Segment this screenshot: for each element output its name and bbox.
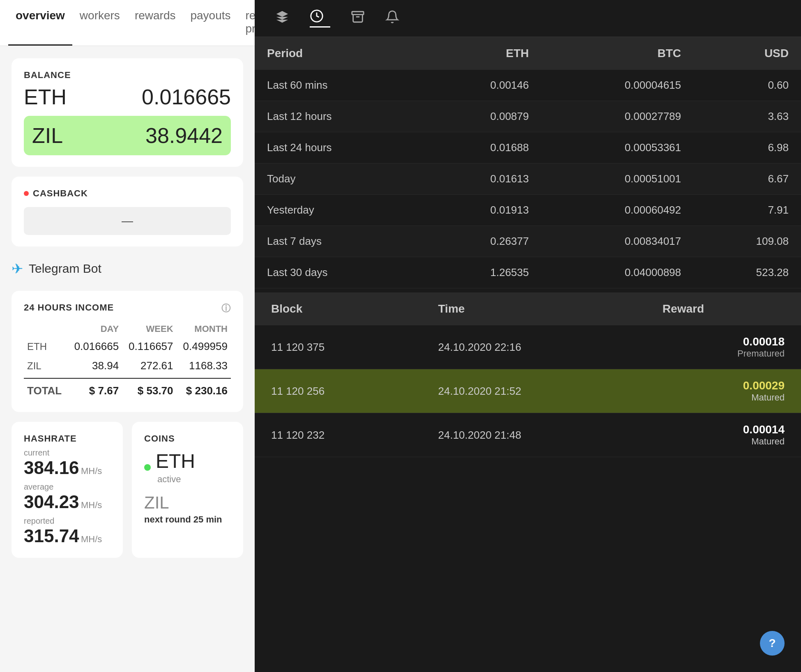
svg-rect-1 [352,12,364,14]
telegram-icon: ✈ [12,260,23,277]
cashback-input[interactable] [24,207,231,235]
balance-title: BALANCE [24,70,231,81]
earnings-row: Last 60 mins 0.00146 0.00004615 0.60 [255,70,801,101]
cashback-header: CASHBACK [24,188,231,199]
earnings-row: Last 24 hours 0.01688 0.00053361 6.98 [255,132,801,163]
balance-zil-value: 38.9442 [145,123,223,148]
tab-overview[interactable]: overview [8,0,72,46]
earnings-usd: 6.67 [693,163,801,195]
earnings-row: Yesterday 0.01913 0.00060492 7.91 [255,195,801,226]
tab-workers[interactable]: workers [72,0,127,46]
earnings-col-eth: ETH [422,37,541,70]
balance-eth-row: ETH 0.016665 [24,85,231,109]
earnings-period: Last 7 days [255,226,422,257]
earnings-usd: 523.28 [693,257,801,288]
cashback-card: CASHBACK [12,177,243,246]
coin-zil-name: ZIL [144,493,231,513]
help-button[interactable]: ? [760,631,785,656]
earnings-btc: 0.00053361 [541,132,694,163]
nav-tabs: overview workers rewards payouts referra… [0,0,255,46]
earnings-period: Today [255,163,422,195]
earnings-period: Last 60 mins [255,70,422,101]
block-reward-cell: 0.00014 Matured [646,413,801,457]
earnings-btc: 0.00834017 [541,226,694,257]
earnings-row: Last 7 days 0.26377 0.00834017 109.08 [255,226,801,257]
blocks-table: Block Time Reward 11 120 375 24.10.2020 … [255,292,801,457]
income-title: 24 HOURS INCOME ⓘ [24,302,231,313]
earnings-usd: 0.60 [693,70,801,101]
block-reward-value: 0.00018 [663,335,785,348]
earnings-row: Today 0.01613 0.00051001 6.67 [255,163,801,195]
block-row: 11 120 256 24.10.2020 21:52 0.00029 Matu… [255,369,801,413]
earnings-row: Last 12 hours 0.00879 0.00027789 3.63 [255,101,801,132]
earnings-usd: 3.63 [693,101,801,132]
balance-zil-row: ZIL 38.9442 [24,116,231,155]
earnings-eth: 0.01688 [422,132,541,163]
block-reward-status: Prematured [663,348,785,359]
earnings-btc: 0.00051001 [541,163,694,195]
hashrate-average-label: average [24,482,110,492]
income-row-day: 38.94 [68,356,122,378]
coin-eth-row: ETH active [144,450,231,485]
income-row-week: $ 53.70 [122,378,176,400]
block-row: 11 120 375 24.10.2020 22:16 0.00018 Prem… [255,325,801,369]
left-panel: overview workers rewards payouts referra… [0,0,255,672]
income-row: ZIL 38.94 272.61 1168.33 [24,356,231,378]
block-row: 11 120 232 24.10.2020 21:48 0.00014 Matu… [255,413,801,457]
block-time: 24.10.2020 21:52 [422,369,646,413]
block-time: 24.10.2020 21:48 [422,413,646,457]
income-row-week: 272.61 [122,356,176,378]
hashrate-reported-label: reported [24,516,110,526]
bell-icon[interactable] [385,10,399,27]
earnings-eth: 0.00146 [422,70,541,101]
blocks-section: Block Time Reward 11 120 375 24.10.2020 … [255,292,801,457]
telegram-row[interactable]: ✈ Telegram Bot [12,256,243,281]
coin-zil-section: ZIL next round 25 min [144,493,231,525]
earnings-eth: 0.00879 [422,101,541,132]
earnings-btc: 0.00004615 [541,70,694,101]
tab-payouts[interactable]: payouts [183,0,238,46]
hashrate-card: HASHRATE current 384.16 MH/s average 304… [12,422,123,558]
earnings-btc: 0.00027789 [541,101,694,132]
coins-card: COINS ETH active ZIL next round 25 min [132,422,243,558]
block-reward-value: 0.00029 [663,379,785,392]
balance-eth-value: 0.016665 [142,85,231,109]
income-row: ETH 0.016665 0.116657 0.499959 [24,337,231,356]
income-col-month: MONTH [177,321,231,337]
earnings-table: Period ETH BTC USD Last 60 mins 0.00146 … [255,37,801,288]
hashrate-reported-value: 315.74 MH/s [24,526,110,546]
income-row-label: ZIL [24,356,68,378]
archive-icon[interactable] [351,10,365,27]
coin-eth-status: active [157,474,195,485]
layers-icon[interactable] [275,10,289,27]
hashrate-current-value: 384.16 MH/s [24,458,110,478]
earnings-period: Last 12 hours [255,101,422,132]
blocks-col-block: Block [255,292,422,325]
bottom-row: HASHRATE current 384.16 MH/s average 304… [12,422,243,558]
info-icon[interactable]: ⓘ [221,302,231,315]
block-number: 11 120 375 [255,325,422,369]
earnings-btc: 0.04000898 [541,257,694,288]
hashrate-title: HASHRATE [24,433,110,444]
block-number: 11 120 256 [255,369,422,413]
tab-rewards[interactable]: rewards [127,0,183,46]
earnings-eth: 1.26535 [422,257,541,288]
block-reward-cell: 0.00029 Matured [646,369,801,413]
income-card: 24 HOURS INCOME ⓘ DAY WEEK MONTH ETH 0.0… [12,291,243,412]
earnings-eth: 0.01913 [422,195,541,226]
earnings-period: Last 30 days [255,257,422,288]
cashback-dot [24,191,29,196]
earnings-eth: 0.26377 [422,226,541,257]
earnings-usd: 109.08 [693,226,801,257]
income-col-day: DAY [68,321,122,337]
coin-zil-round: next round 25 min [144,514,231,525]
block-reward-status: Matured [663,392,785,403]
earnings-period: Yesterday [255,195,422,226]
telegram-label: Telegram Bot [29,262,101,276]
income-row: TOTAL $ 7.67 $ 53.70 $ 230.16 [24,378,231,400]
balance-zil-label: ZIL [32,123,63,148]
timer-icon[interactable] [310,10,324,26]
income-table: DAY WEEK MONTH ETH 0.016665 0.116657 0.4… [24,321,231,400]
income-row-week: 0.116657 [122,337,176,356]
earnings-row: Last 30 days 1.26535 0.04000898 523.28 [255,257,801,288]
